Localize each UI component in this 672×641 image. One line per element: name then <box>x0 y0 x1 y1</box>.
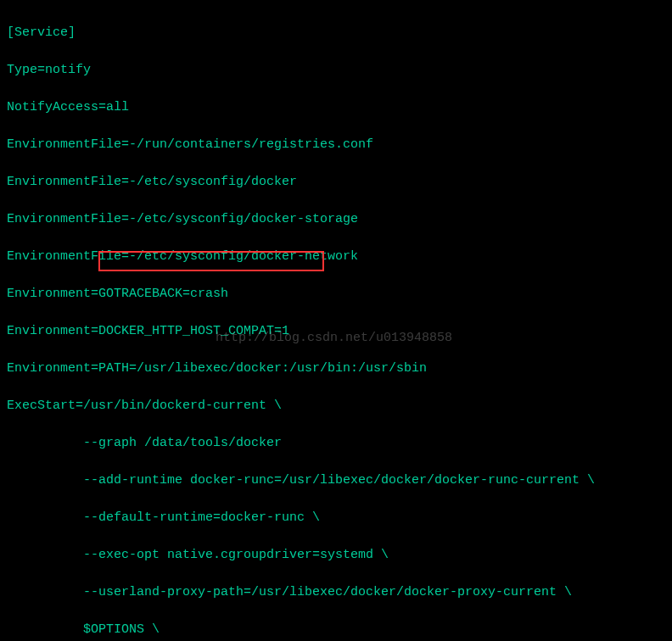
config-line: EnvironmentFile=-/run/containers/registr… <box>7 136 665 154</box>
config-line: [Service] <box>7 24 665 42</box>
config-line: EnvironmentFile=-/etc/sysconfig/docker-s… <box>7 210 665 229</box>
config-line: NotifyAccess=all <box>7 98 665 117</box>
config-line: --userland-proxy-path=/usr/libexec/docke… <box>7 583 665 602</box>
config-line: Environment=GOTRACEBACK=crash <box>7 285 665 304</box>
config-line: Type=notify <box>7 61 665 80</box>
config-line: Environment=PATH=/usr/libexec/docker:/us… <box>7 360 665 378</box>
config-line: EnvironmentFile=-/etc/sysconfig/docker <box>7 173 665 192</box>
config-line: --exec-opt native.cgroupdriver=systemd \ <box>7 546 665 565</box>
config-line: --add-runtime docker-runc=/usr/libexec/d… <box>7 471 665 490</box>
config-line: --default-runtime=docker-runc \ <box>7 509 665 527</box>
config-line: Environment=DOCKER_HTTP_HOST_COMPAT=1 <box>7 322 665 341</box>
config-line-highlighted: --graph /data/tools/docker <box>7 434 665 453</box>
config-line: $OPTIONS \ <box>7 621 665 639</box>
terminal-output: [Service] Type=notify NotifyAccess=all E… <box>7 5 665 641</box>
config-line: EnvironmentFile=-/etc/sysconfig/docker-n… <box>7 248 665 266</box>
config-line: ExecStart=/usr/bin/dockerd-current \ <box>7 397 665 415</box>
